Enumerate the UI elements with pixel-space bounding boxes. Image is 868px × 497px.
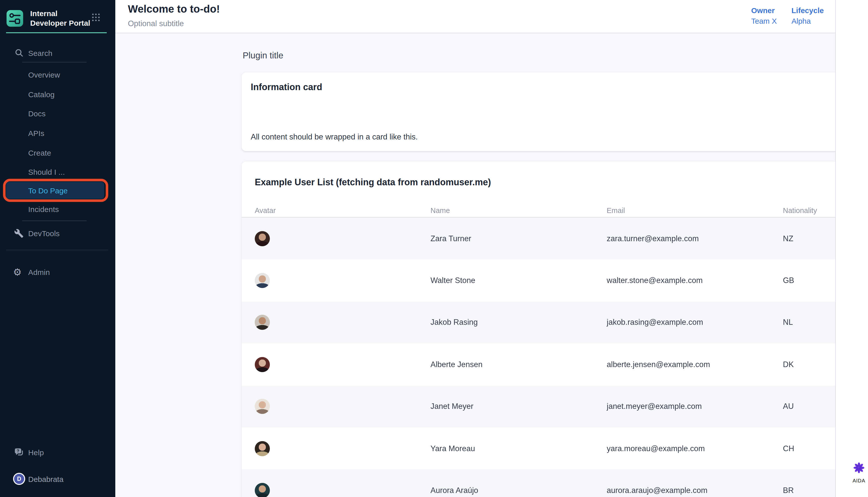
sidebar-item-label: Docs bbox=[28, 110, 46, 118]
user-list-title: Example User List (fetching data from ra… bbox=[255, 177, 491, 188]
sidebar-item-label: Incidents bbox=[28, 205, 59, 213]
lifecycle-link[interactable]: Lifecycle Alpha bbox=[792, 6, 824, 25]
information-card-title: Information card bbox=[251, 82, 322, 93]
sidebar-nav-item[interactable]: Docs bbox=[0, 104, 115, 123]
sidebar-item-incidents[interactable]: Incidents bbox=[0, 199, 115, 218]
user-avatar-badge: D bbox=[13, 473, 25, 485]
gear-icon: ⚙ bbox=[13, 267, 21, 277]
user-name-cell: Alberte Jensen bbox=[431, 360, 607, 369]
sidebar-item-label: Help bbox=[28, 448, 44, 456]
user-email-cell: walter.stone@example.com bbox=[607, 276, 783, 285]
user-email-cell: yara.moreau@example.com bbox=[607, 444, 783, 453]
sidebar-item-label: Create bbox=[28, 148, 51, 157]
user-email-cell: jakob.rasing@example.com bbox=[607, 318, 783, 327]
sidebar-item-admin[interactable]: ⚙ Admin bbox=[0, 262, 115, 282]
portal-title: Internal Developer Portal bbox=[30, 9, 93, 28]
column-header-email: Email bbox=[607, 207, 783, 214]
portal-logo-icon bbox=[6, 10, 23, 27]
sidebar-item-label: Catalog bbox=[28, 90, 55, 99]
sidebar-item-label: Admin bbox=[28, 268, 50, 276]
user-name-cell: Aurora Araújo bbox=[431, 486, 607, 495]
sidebar-item-help[interactable]: ? Help bbox=[0, 443, 115, 462]
table-row: Yara Moreau yara.moreau@example.com CH bbox=[242, 427, 868, 470]
owner-link[interactable]: Owner Team X bbox=[751, 6, 777, 25]
sidebar-item-label: To Do Page bbox=[28, 186, 68, 195]
column-header-name: Name bbox=[431, 207, 607, 214]
user-name-cell: Walter Stone bbox=[431, 276, 607, 285]
user-email-cell: zara.turner@example.com bbox=[607, 234, 783, 243]
aida-widget[interactable]: AIDA bbox=[851, 462, 867, 483]
sidebar-item-label: Should I ... bbox=[28, 168, 65, 176]
user-email-cell: alberte.jensen@example.com bbox=[607, 360, 783, 369]
sidebar-divider bbox=[22, 62, 87, 62]
search-icon bbox=[15, 48, 24, 57]
user-photo-avatar bbox=[255, 315, 270, 330]
user-name-cell: Janet Meyer bbox=[431, 402, 607, 411]
sidebar-nav-item[interactable]: Create bbox=[0, 143, 115, 162]
table-row: Janet Meyer janet.meyer@example.com AU bbox=[242, 385, 868, 427]
sidebar-item-to-do-page[interactable]: To Do Page bbox=[6, 182, 104, 199]
user-name-cell: Zara Turner bbox=[431, 234, 607, 243]
apps-grid-icon[interactable] bbox=[92, 14, 100, 21]
sidebar-item-label: APIs bbox=[28, 129, 44, 138]
table-row: Walter Stone walter.stone@example.com GB bbox=[242, 259, 868, 302]
table-row: Alberte Jensen alberte.jensen@example.co… bbox=[242, 343, 868, 385]
main-content: Welcome to to-do! Optional subtitle Owne… bbox=[115, 0, 835, 497]
user-email-cell: aurora.araujo@example.com bbox=[607, 486, 783, 495]
user-name-cell: Yara Moreau bbox=[431, 444, 607, 453]
sidebar-accent-divider bbox=[6, 32, 107, 33]
table-header: Avatar Name Email Nationality bbox=[242, 204, 868, 217]
annotation-highlight-box: To Do Page bbox=[3, 179, 108, 202]
lifecycle-value: Alpha bbox=[792, 17, 824, 25]
sidebar-user[interactable]: D Debabrata bbox=[0, 473, 115, 485]
plugin-title: Plugin title bbox=[243, 51, 284, 61]
sidebar-nav: Overview Catalog Docs APIs Create bbox=[0, 65, 115, 182]
sidebar-item-label: Overview bbox=[28, 71, 60, 79]
user-photo-avatar bbox=[255, 441, 270, 456]
sidebar-item-label: DevTools bbox=[28, 229, 60, 238]
table-row: Jakob Rasing jakob.rasing@example.com NL bbox=[242, 302, 868, 344]
information-card-body: All content should be wrapped in a card … bbox=[251, 132, 418, 141]
page-subtitle: Optional subtitle bbox=[128, 19, 184, 28]
page-title: Welcome to to-do! bbox=[128, 3, 220, 15]
right-gutter: AIDA bbox=[835, 0, 868, 497]
lifecycle-label: Lifecycle bbox=[792, 6, 824, 15]
user-name-label: Debabrata bbox=[28, 474, 63, 483]
help-question-glyph: ? bbox=[17, 449, 19, 453]
column-header-avatar: Avatar bbox=[255, 207, 431, 214]
aida-pinwheel-icon bbox=[853, 462, 865, 474]
user-photo-avatar bbox=[255, 231, 270, 246]
sidebar-item-devtools[interactable]: DevTools bbox=[0, 224, 115, 243]
help-chat-icon: ? bbox=[14, 447, 24, 457]
user-email-cell: janet.meyer@example.com bbox=[607, 402, 783, 411]
sidebar-divider bbox=[6, 250, 108, 250]
information-card: Information card All content should be w… bbox=[242, 72, 868, 151]
sidebar-nav-item[interactable]: Catalog bbox=[0, 85, 115, 104]
user-photo-avatar bbox=[255, 483, 270, 497]
table-row: Aurora Araújo aurora.araujo@example.com … bbox=[242, 470, 868, 497]
owner-label: Owner bbox=[751, 6, 777, 15]
sidebar-nav-item[interactable]: APIs bbox=[0, 124, 115, 143]
sidebar-divider bbox=[22, 221, 87, 221]
user-photo-avatar bbox=[255, 399, 270, 414]
sidebar-item-search[interactable]: Search bbox=[0, 43, 115, 62]
sidebar-nav-item[interactable]: Overview bbox=[0, 65, 115, 85]
user-photo-avatar bbox=[255, 357, 270, 372]
page-header: Welcome to to-do! Optional subtitle Owne… bbox=[115, 0, 835, 33]
wrench-icon bbox=[14, 228, 24, 238]
owner-value: Team X bbox=[751, 17, 777, 25]
sidebar: Internal Developer Portal Search Overvie… bbox=[0, 0, 115, 497]
sidebar-item-label: Search bbox=[28, 48, 52, 57]
table-body: Zara Turner zara.turner@example.com NZ W… bbox=[242, 217, 868, 497]
user-list-card: Example User List (fetching data from ra… bbox=[242, 162, 868, 497]
user-photo-avatar bbox=[255, 273, 270, 288]
table-row: Zara Turner zara.turner@example.com NZ bbox=[242, 217, 868, 259]
user-name-cell: Jakob Rasing bbox=[431, 318, 607, 327]
aida-label: AIDA bbox=[851, 478, 867, 483]
